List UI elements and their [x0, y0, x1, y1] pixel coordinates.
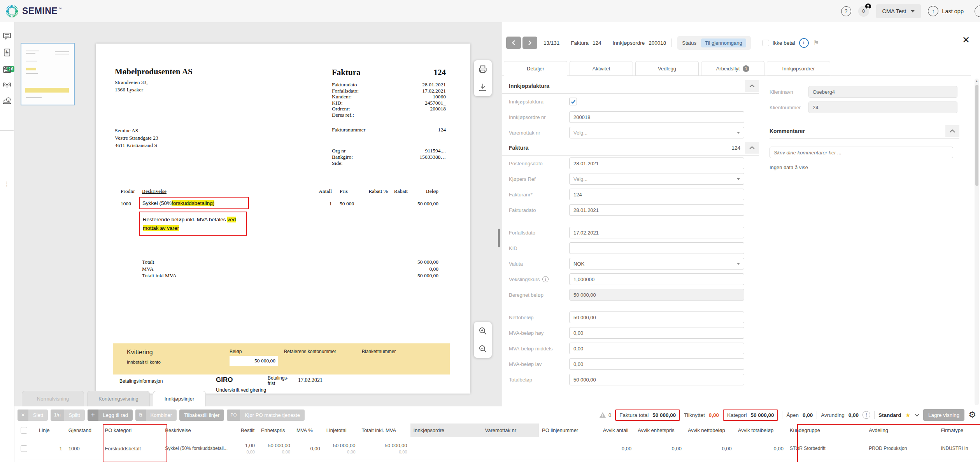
- more-options-icon[interactable]: ⋮: [4, 182, 10, 185]
- mva-middels-input[interactable]: [569, 343, 744, 354]
- pdf-info-value: 200018: [368, 106, 446, 112]
- scroll-up-icon[interactable]: ▲: [975, 79, 978, 83]
- fakturanr-input[interactable]: [569, 189, 744, 200]
- mva-lav-input[interactable]: [569, 358, 744, 370]
- select-value: Velg...: [573, 176, 587, 182]
- reports-icon[interactable]: [2, 65, 12, 74]
- col-po-linjenummer[interactable]: PO linjenummer: [539, 424, 600, 437]
- col-totalt-inkl-mva[interactable]: Totalt inkl. MVA: [359, 424, 410, 437]
- select-all-checkbox[interactable]: [21, 427, 27, 434]
- panel-scrollbar[interactable]: ▲: [975, 79, 979, 405]
- mva-hoy-input[interactable]: [569, 327, 744, 339]
- collapse-chevron-icon[interactable]: [745, 80, 759, 92]
- broadcast-icon[interactable]: [2, 80, 12, 90]
- comments-icon[interactable]: [2, 32, 12, 41]
- col-avvik-antall[interactable]: Avvik antall: [600, 424, 635, 437]
- tab-vedlegg[interactable]: Vedlegg: [635, 61, 699, 76]
- delete-line-button[interactable]: ✕ Slett: [18, 410, 48, 421]
- col-mva[interactable]: MVA %: [293, 424, 323, 437]
- nettobelop-input[interactable]: [569, 312, 744, 323]
- cell-avvik-total[interactable]: 0,00: [735, 437, 787, 460]
- cell-enhetspris[interactable]: 50 000,00 0,00: [258, 437, 293, 460]
- next-invoice-button[interactable]: [522, 37, 537, 49]
- org-selector[interactable]: CMA Test: [876, 4, 921, 18]
- col-avvik-nettobelop[interactable]: Avvik nettobeløp: [685, 424, 735, 437]
- col-avvik-totalbelop[interactable]: Avvik totalbeløp: [735, 424, 787, 437]
- save-view-button[interactable]: Lagre visning: [923, 409, 964, 421]
- innkjopsfaktura-checkbox[interactable]: [569, 98, 577, 105]
- col-avvik-enhetspris[interactable]: Avvik enhetspris: [635, 424, 685, 437]
- innkjopsordre-nr-input[interactable]: [569, 111, 744, 123]
- col-enhetspris[interactable]: Enhetspris: [258, 424, 293, 437]
- comment-input[interactable]: [770, 147, 953, 158]
- tab-detaljer[interactable]: Detaljer: [504, 61, 567, 76]
- collapse-chevron-icon[interactable]: [945, 125, 959, 137]
- tab-konteringsvisning[interactable]: Konteringsvisning: [87, 391, 150, 406]
- tab-aktivitet[interactable]: Aktivitet: [570, 61, 633, 76]
- add-row-button[interactable]: + Legg til rad: [88, 410, 133, 421]
- cell-avvik-antall[interactable]: 0,00: [600, 437, 635, 460]
- viewer-scrollbar[interactable]: [498, 229, 500, 247]
- col-beskrivelse[interactable]: Beskrivelse: [162, 424, 238, 437]
- row-checkbox[interactable]: [21, 445, 27, 452]
- avatar[interactable]: 0: [858, 6, 869, 17]
- pdf-line-prodnr: 1000: [121, 201, 131, 207]
- col-linje[interactable]: Linje: [36, 424, 65, 437]
- tab-normalvisning[interactable]: Normalvisning: [22, 391, 84, 406]
- totalbelop-input[interactable]: [569, 374, 744, 385]
- fakturadato-input[interactable]: [569, 204, 744, 216]
- po-match-button[interactable]: PO Kjør PO matche tjeneste: [227, 410, 305, 421]
- prev-invoice-button[interactable]: [506, 37, 521, 49]
- info-icon[interactable]: !: [863, 411, 870, 419]
- varemottak-select[interactable]: Velg...: [569, 127, 744, 138]
- cell-totalt-inkl-mva[interactable]: 50 000,00 0,00: [359, 437, 410, 460]
- kjopers-ref-select[interactable]: Velg...: [569, 173, 744, 185]
- cell-mva[interactable]: 0,00: [293, 437, 323, 460]
- collapse-chevron-icon[interactable]: [745, 142, 759, 154]
- invoices-icon[interactable]: $: [2, 48, 12, 57]
- page-thumbnail[interactable]: [21, 43, 75, 105]
- section-kommentarer: Kommentarer: [770, 124, 959, 139]
- col-bestilt[interactable]: Bestilt: [238, 424, 258, 437]
- download-button[interactable]: [474, 78, 492, 96]
- cell-linjetotal[interactable]: 50 000,00 0,00: [323, 437, 359, 460]
- ikke-betal-checkbox[interactable]: [763, 40, 769, 46]
- posteringsdato-input[interactable]: [569, 158, 744, 169]
- cell-po-linjenummer[interactable]: [539, 437, 600, 460]
- cell-innkjopsordre[interactable]: [410, 437, 482, 460]
- cell-varemottak[interactable]: [482, 437, 539, 460]
- col-inn kjopsordre[interactable]: Innkjøpsordre: [410, 424, 482, 437]
- kid-input[interactable]: [569, 242, 744, 254]
- zoom-out-icon[interactable]: [474, 340, 492, 358]
- cell-beskrivelse[interactable]: Sykkel (50% forskuddsbetali...: [162, 437, 238, 460]
- tab-innkjopslinjer[interactable]: Innkjøpslinjer: [153, 391, 206, 406]
- forfallsdato-input[interactable]: [569, 227, 744, 238]
- close-icon[interactable]: ✕: [962, 35, 970, 45]
- col-varemottak-nr[interactable]: Varemottak nr: [482, 424, 539, 437]
- tab-innkjopsordrer[interactable]: Innkjøpsordrer: [767, 61, 830, 76]
- info-icon[interactable]: i: [542, 276, 549, 282]
- combine-button[interactable]: ⧉ Kombiner: [135, 410, 177, 421]
- help-icon[interactable]: ?: [841, 6, 851, 16]
- info-icon[interactable]: i: [799, 38, 809, 48]
- reset-lines-button[interactable]: Tilbakestill linjer: [179, 410, 224, 421]
- col-gjenstand[interactable]: Gjenstand: [65, 424, 102, 437]
- cell-bestilt[interactable]: 1,00 0,00: [238, 437, 258, 460]
- upload-button[interactable]: ↑ Last opp: [928, 6, 964, 16]
- zoom-in-icon[interactable]: [474, 322, 492, 340]
- print-button[interactable]: [474, 60, 492, 78]
- semine-logo[interactable]: SEMINE ™: [5, 5, 61, 18]
- tab-arbeidsflyt[interactable]: Arbeidsflyt 1: [701, 61, 764, 76]
- scrollbar-thumb[interactable]: [975, 85, 978, 186]
- cell-avvik-netto[interactable]: 0,00: [685, 437, 735, 460]
- gear-icon[interactable]: ⚙: [968, 411, 976, 419]
- flag-icon[interactable]: ⚑: [813, 39, 819, 47]
- vekslingskurs-input[interactable]: [569, 273, 744, 285]
- cell-gjenstand[interactable]: 1000: [65, 437, 102, 460]
- view-selector[interactable]: Standard ★: [878, 411, 919, 419]
- col-linjetotal[interactable]: Linjetotal: [323, 424, 359, 437]
- support-icon[interactable]: ?: [2, 96, 12, 105]
- cell-avvik-enhetspris[interactable]: 0,00: [635, 437, 685, 460]
- split-line-button[interactable]: 1/n Splitt: [51, 410, 85, 421]
- valuta-select[interactable]: NOK: [569, 258, 744, 270]
